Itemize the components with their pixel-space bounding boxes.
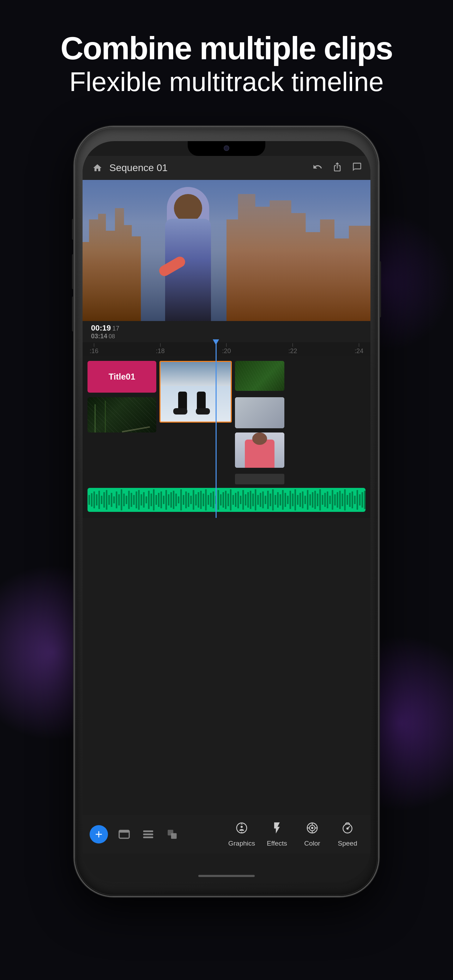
comment-button[interactable]	[352, 162, 362, 174]
ruler-tick	[292, 343, 293, 347]
svg-rect-26	[153, 489, 154, 511]
ruler-mark-20: :20	[222, 343, 231, 355]
tool-graphics[interactable]: Graphics	[226, 821, 257, 847]
svg-rect-54	[223, 492, 224, 508]
svg-rect-8	[108, 495, 110, 505]
tool-color[interactable]: Color	[296, 821, 328, 847]
sky-gradient	[83, 180, 370, 321]
svg-rect-69	[260, 493, 261, 507]
clip-greenery[interactable]	[235, 361, 285, 391]
timecode-bar: 00:19 17 03:14 08	[83, 321, 370, 342]
svg-rect-72	[267, 491, 269, 509]
tree2	[105, 401, 106, 433]
svg-rect-102	[342, 493, 343, 506]
graphics-svg-icon	[235, 821, 248, 835]
tool-speed[interactable]: Speed	[332, 821, 363, 847]
clip-right-bottom[interactable]	[235, 433, 285, 468]
svg-rect-114	[143, 830, 153, 832]
share-button[interactable]	[332, 162, 342, 174]
timecode-frame-current: 17	[112, 325, 119, 332]
clip-ground	[161, 386, 231, 422]
gray-clip-bar[interactable]	[235, 474, 285, 484]
bottom-toolbar: Graphics Effects	[83, 815, 370, 854]
person-arm	[157, 255, 187, 278]
svg-rect-49	[210, 493, 212, 507]
svg-rect-18	[133, 495, 134, 505]
svg-rect-47	[205, 489, 207, 511]
clip-right-bottom-bg	[235, 433, 285, 468]
svg-rect-96	[327, 492, 328, 508]
svg-rect-36	[178, 496, 179, 503]
svg-rect-67	[255, 489, 256, 511]
svg-rect-45	[200, 491, 202, 509]
ruler-label-16: :16	[90, 347, 99, 355]
ruler-mark-16: :16	[90, 343, 99, 355]
svg-rect-43	[195, 494, 197, 506]
waveform-display	[87, 488, 366, 512]
svg-rect-85	[300, 493, 301, 507]
ruler-label-24: :24	[354, 347, 363, 355]
svg-rect-90	[312, 492, 313, 508]
playhead[interactable]	[216, 342, 217, 518]
svg-rect-86	[302, 492, 304, 508]
svg-rect-46	[202, 493, 204, 506]
svg-rect-21	[141, 494, 142, 506]
clip-right-top[interactable]	[235, 397, 285, 428]
speed-icon	[341, 821, 354, 837]
headline-main: Combine multiple clips	[0, 32, 453, 65]
ruler-mark-24: :24	[354, 343, 363, 355]
svg-rect-9	[111, 493, 112, 507]
svg-rect-75	[275, 495, 276, 505]
clip-title01[interactable]: Title01	[87, 361, 156, 393]
svg-rect-89	[309, 494, 311, 506]
layer-mode-button[interactable]	[164, 827, 180, 842]
svg-rect-33	[170, 492, 172, 508]
svg-rect-83	[295, 489, 296, 511]
svg-rect-28	[158, 493, 159, 507]
clip-forest[interactable]	[87, 397, 156, 433]
svg-rect-88	[307, 490, 308, 510]
svg-rect-19	[135, 492, 137, 508]
clip-video-selected[interactable]	[159, 361, 232, 423]
graphics-icon	[235, 821, 248, 837]
ruler-label-18: :18	[156, 347, 165, 355]
svg-rect-71	[265, 496, 266, 504]
ruler-marks: :16 :18 :20 :22	[90, 343, 363, 355]
clip-shoe-right	[196, 408, 210, 415]
tool-effects[interactable]: Effects	[261, 821, 293, 847]
svg-rect-4	[99, 491, 100, 509]
track-layout-button[interactable]	[140, 827, 156, 842]
tree1	[95, 404, 95, 433]
svg-rect-104	[347, 495, 348, 505]
svg-rect-93	[319, 489, 321, 511]
audio-track[interactable]	[87, 488, 366, 512]
svg-rect-22	[143, 492, 145, 508]
svg-point-128	[347, 827, 348, 829]
power-button	[378, 261, 381, 318]
comment-icon	[352, 162, 362, 172]
greenery-texture	[235, 361, 285, 391]
svg-rect-25	[151, 493, 152, 506]
svg-rect-15	[126, 496, 127, 504]
add-media-button[interactable]	[90, 825, 108, 843]
svg-rect-66	[252, 493, 254, 506]
timecode-frame-total: 08	[109, 333, 115, 340]
svg-rect-27	[156, 495, 157, 505]
home-button[interactable]	[91, 162, 104, 174]
color-svg-icon	[305, 821, 319, 835]
clip-icon	[118, 827, 131, 841]
svg-rect-73	[270, 493, 271, 506]
clip-type-button[interactable]	[116, 827, 132, 842]
undo-button[interactable]	[313, 162, 323, 174]
svg-rect-97	[329, 496, 331, 504]
svg-rect-55	[225, 491, 227, 509]
svg-rect-79	[285, 493, 286, 507]
layer-icon	[165, 827, 179, 841]
volume-up-button	[72, 254, 75, 289]
svg-rect-99	[334, 494, 335, 506]
video-preview[interactable]	[83, 180, 370, 321]
svg-rect-10	[113, 496, 114, 503]
svg-rect-110	[362, 492, 363, 508]
toolbar-right: Graphics Effects	[226, 821, 363, 847]
timeline-tracks[interactable]: Title01	[83, 356, 370, 518]
